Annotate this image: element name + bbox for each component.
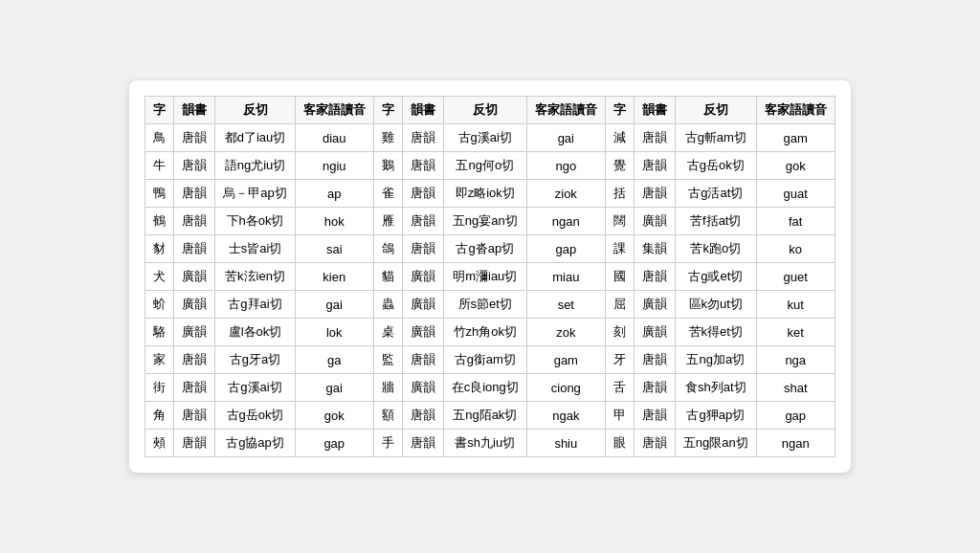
table-cell: 明m瀰iau切	[443, 263, 526, 291]
table-cell: 廣韻	[634, 291, 675, 319]
table-cell: hok	[295, 208, 373, 235]
table-row: 鳥唐韻都d了iau切diau雞唐韻古g溪ai切gai減唐韻古g斬am切gam	[145, 124, 835, 152]
table-cell: nga	[756, 346, 835, 374]
col-header-hakka1: 客家語讀音	[295, 97, 373, 124]
table-cell: 鶴	[145, 208, 174, 235]
table-cell: 唐韻	[634, 180, 675, 208]
table-cell: 食sh列at切	[675, 374, 756, 402]
col-header-zi2: 字	[373, 97, 402, 124]
table-cell: 古g溪ai切	[443, 124, 526, 152]
table-cell: 牛	[145, 152, 174, 180]
table-cell: guet	[756, 263, 835, 291]
table-cell: 括	[605, 180, 634, 208]
table-cell: gai	[295, 374, 373, 402]
table-cell: shat	[756, 374, 835, 402]
table-cell: 唐韻	[402, 430, 443, 457]
table-cell: 古g斬am切	[675, 124, 756, 152]
table-cell: 唐韻	[174, 180, 215, 208]
table-cell: ga	[295, 346, 373, 374]
table-cell: 士s皆ai切	[215, 235, 295, 263]
table-cell: 竹zh角ok切	[443, 319, 526, 346]
table-cell: gam	[526, 346, 605, 374]
table-cell: 古g岳ok切	[675, 152, 756, 180]
table-cell: 書sh九iu切	[443, 430, 526, 457]
table-cell: 廣韻	[174, 291, 215, 319]
table-cell: 唐韻	[634, 263, 675, 291]
table-cell: 唐韻	[634, 402, 675, 430]
table-cell: ngiu	[295, 152, 373, 180]
table-cell: 古g或et切	[675, 263, 756, 291]
table-cell: guat	[756, 180, 835, 208]
table-cell: 犬	[145, 263, 174, 291]
table-cell: gap	[295, 430, 373, 457]
table-cell: 苦k泫ien切	[215, 263, 295, 291]
table-cell: ap	[295, 180, 373, 208]
table-row: 鴨唐韻烏－甲ap切ap雀唐韻即z略iok切ziok括唐韻古g活at切guat	[145, 180, 835, 208]
table-cell: 苦k跑o切	[675, 235, 756, 263]
table-cell: 古g沓ap切	[443, 235, 526, 263]
table-cell: 語ng尤iu切	[215, 152, 295, 180]
table-cell: ket	[756, 319, 835, 346]
col-header-yun2: 韻書	[402, 97, 443, 124]
col-header-zi3: 字	[605, 97, 634, 124]
table-cell: 唐韻	[174, 402, 215, 430]
table-cell: 唐韻	[402, 180, 443, 208]
table-cell: 街	[145, 374, 174, 402]
table-cell: 所s節et切	[443, 291, 526, 319]
table-cell: 廣韻	[402, 291, 443, 319]
table-cell: lok	[295, 319, 373, 346]
table-cell: kien	[295, 263, 373, 291]
table-cell: 唐韻	[634, 124, 675, 152]
table-cell: 闊	[605, 208, 634, 235]
table-cell: 在c良iong切	[443, 374, 526, 402]
table-cell: ngan	[526, 208, 605, 235]
table-cell: 古g溪ai切	[215, 374, 295, 402]
table-cell: gok	[295, 402, 373, 430]
table-cell: 額	[373, 402, 402, 430]
table-cell: 烏－甲ap切	[215, 180, 295, 208]
table-cell: 唐韻	[402, 346, 443, 374]
table-cell: 豺	[145, 235, 174, 263]
table-cell: 牙	[605, 346, 634, 374]
table-cell: shiu	[526, 430, 605, 457]
table-cell: 廣韻	[634, 319, 675, 346]
table-cell: 頰	[145, 430, 174, 457]
table-cell: gap	[526, 235, 605, 263]
table-cell: 貓	[373, 263, 402, 291]
table-cell: 五ng陌ak切	[443, 402, 526, 430]
table-row: 家唐韻古g牙a切ga監唐韻古g銜am切gam牙唐韻五ng加a切nga	[145, 346, 835, 374]
table-cell: gam	[756, 124, 835, 152]
table-cell: 雀	[373, 180, 402, 208]
table-cell: 鵝	[373, 152, 402, 180]
table-cell: 桌	[373, 319, 402, 346]
table-cell: 都d了iau切	[215, 124, 295, 152]
table-cell: 唐韻	[634, 374, 675, 402]
table-cell: diau	[295, 124, 373, 152]
table-cell: ngan	[756, 430, 835, 457]
table-cell: 蟲	[373, 291, 402, 319]
table-cell: 唐韻	[174, 124, 215, 152]
table-cell: 苦k得et切	[675, 319, 756, 346]
table-cell: 蚧	[145, 291, 174, 319]
table-cell: 監	[373, 346, 402, 374]
table-cell: 唐韻	[402, 124, 443, 152]
table-cell: 廣韻	[174, 319, 215, 346]
table-cell: 五ng加a切	[675, 346, 756, 374]
table-cell: 唐韻	[174, 208, 215, 235]
table-row: 駱廣韻盧l各ok切lok桌廣韻竹zh角ok切zok刻廣韻苦k得et切ket	[145, 319, 835, 346]
table-cell: ciong	[526, 374, 605, 402]
table-cell: 五ng何o切	[443, 152, 526, 180]
table-cell: 唐韻	[402, 402, 443, 430]
table-cell: 五ng宴an切	[443, 208, 526, 235]
table-cell: 唐韻	[402, 152, 443, 180]
table-cell: ngo	[526, 152, 605, 180]
table-cell: 古g狎ap切	[675, 402, 756, 430]
table-cell: 廣韻	[634, 208, 675, 235]
table-cell: 甲	[605, 402, 634, 430]
table-cell: 古g岳ok切	[215, 402, 295, 430]
table-cell: 唐韻	[174, 374, 215, 402]
table-cell: 集韻	[634, 235, 675, 263]
table-cell: 唐韻	[402, 235, 443, 263]
table-cell: kut	[756, 291, 835, 319]
table-cell: 鴨	[145, 180, 174, 208]
